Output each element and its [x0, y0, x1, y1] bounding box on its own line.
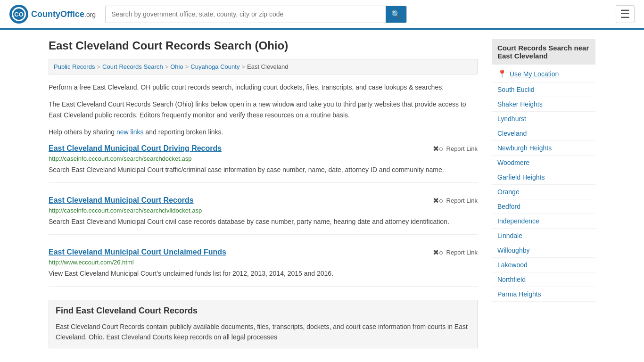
record-url-unclaimed-funds[interactable]: http://www.eccourt.com/26.html: [49, 259, 478, 266]
find-section: Find East Cleveland Court Records East C…: [49, 300, 478, 349]
desc3-post-text: and reporting broken links.: [144, 128, 223, 136]
report-link-label-court-records: Report Link: [446, 197, 478, 204]
search-button[interactable]: 🔍: [386, 6, 406, 23]
sidebar-city-linndale[interactable]: Linndale: [492, 229, 595, 243]
sidebar-city-bedford[interactable]: Bedford: [492, 199, 595, 214]
sidebar-city-shaker-heights[interactable]: Shaker Heights: [492, 97, 595, 112]
header: CO CountyOffice.org 🔍 ☰: [0, 0, 644, 30]
breadcrumb-court-records-search[interactable]: Court Records Search: [102, 63, 163, 70]
record-url-court-records[interactable]: http://caseinfo.eccourt.com/search/searc…: [49, 207, 478, 214]
record-title-court-records[interactable]: East Cleveland Municipal Court Records: [49, 196, 194, 205]
breadcrumb: Public Records > Court Records Search > …: [49, 59, 478, 74]
search-input[interactable]: [106, 7, 386, 22]
record-item-unclaimed-funds: East Cleveland Municipal Court Unclaimed…: [49, 248, 478, 287]
logo-icon: CO: [9, 5, 28, 24]
record-desc-driving-records: Search East Cleveland Municipal Court tr…: [49, 165, 478, 175]
main-container: East Cleveland Court Records Search (Ohi…: [39, 30, 605, 358]
description-1: Perform a free East Cleveland, OH public…: [49, 82, 478, 92]
report-icon-unclaimed-funds: ✖○: [433, 248, 444, 257]
sidebar-city-northfield[interactable]: Northfield: [492, 272, 595, 287]
sidebar-city-garfield-heights[interactable]: Garfield Heights: [492, 170, 595, 185]
record-item-court-records: East Cleveland Municipal Court Records ✖…: [49, 196, 478, 235]
desc3-pre-text: Help others by sharing: [49, 128, 116, 136]
sidebar-city-south-euclid[interactable]: South Euclid: [492, 82, 595, 97]
sidebar-city-newburgh-heights[interactable]: Newburgh Heights: [492, 141, 595, 156]
breadcrumb-sep-2: >: [165, 63, 169, 70]
page-title: East Cleveland Court Records Search (Ohi…: [49, 39, 478, 52]
use-my-location-button[interactable]: 📍 Use My Location: [492, 66, 595, 82]
record-header-unclaimed-funds: East Cleveland Municipal Court Unclaimed…: [49, 248, 478, 257]
report-icon-driving-records: ✖○: [433, 144, 444, 153]
sidebar-city-orange[interactable]: Orange: [492, 185, 595, 199]
logo[interactable]: CO CountyOffice.org: [9, 5, 96, 24]
description-2: The East Cleveland Court Records Search …: [49, 99, 478, 120]
description-3: Help others by sharing new links and rep…: [49, 127, 478, 137]
report-link-label-driving-records: Report Link: [446, 145, 478, 152]
sidebar-city-lakewood[interactable]: Lakewood: [492, 258, 595, 272]
report-link-button-unclaimed-funds[interactable]: ✖○ Report Link: [433, 248, 478, 257]
record-url-driving-records[interactable]: http://caseinfo.eccourt.com/search/searc…: [49, 155, 478, 162]
sidebar-city-willoughby[interactable]: Willoughby: [492, 243, 595, 258]
breadcrumb-public-records[interactable]: Public Records: [54, 63, 95, 70]
hamburger-menu-button[interactable]: ☰: [616, 5, 635, 23]
record-header-court-records: East Cleveland Municipal Court Records ✖…: [49, 196, 478, 205]
report-link-button-court-records[interactable]: ✖○ Report Link: [433, 196, 478, 205]
logo-text: CountyOffice.org: [31, 9, 96, 19]
breadcrumb-sep-1: >: [97, 63, 100, 70]
report-link-label-unclaimed-funds: Report Link: [446, 249, 478, 256]
breadcrumb-current: East Cleveland: [247, 63, 288, 70]
content-area: East Cleveland Court Records Search (Ohi…: [49, 39, 478, 348]
record-desc-court-records: Search East Cleveland Municipal Court ci…: [49, 217, 478, 227]
record-header-driving-records: East Cleveland Municipal Court Driving R…: [49, 144, 478, 153]
report-icon-court-records: ✖○: [433, 196, 444, 205]
breadcrumb-sep-4: >: [241, 63, 245, 70]
sidebar-header: Court Records Search near East Cleveland: [492, 39, 595, 65]
search-icon: 🔍: [391, 10, 401, 18]
sidebar-city-lyndhurst[interactable]: Lyndhurst: [492, 112, 595, 126]
record-desc-unclaimed-funds: View East Cleveland Municipal Court's un…: [49, 269, 478, 279]
use-my-location-link[interactable]: Use My Location: [510, 70, 559, 78]
svg-text:CO: CO: [14, 11, 24, 18]
find-section-text: East Cleveland Court Records contain pub…: [56, 321, 471, 343]
search-area: 🔍: [105, 6, 407, 23]
record-item-driving-records: East Cleveland Municipal Court Driving R…: [49, 144, 478, 183]
find-section-title: Find East Cleveland Court Records: [56, 306, 471, 316]
sidebar-city-cleveland[interactable]: Cleveland: [492, 126, 595, 141]
sidebar-city-independence[interactable]: Independence: [492, 214, 595, 229]
sidebar-cities-list: South EuclidShaker HeightsLyndhurstCleve…: [492, 82, 595, 302]
record-title-driving-records[interactable]: East Cleveland Municipal Court Driving R…: [49, 144, 222, 153]
report-link-button-driving-records[interactable]: ✖○ Report Link: [433, 144, 478, 153]
breadcrumb-cuyahoga[interactable]: Cuyahoga County: [190, 63, 239, 70]
sidebar-city-woodmere[interactable]: Woodmere: [492, 156, 595, 170]
records-container: East Cleveland Municipal Court Driving R…: [49, 144, 478, 287]
new-links-link[interactable]: new links: [116, 128, 144, 136]
sidebar-city-parma-heights[interactable]: Parma Heights: [492, 287, 595, 302]
record-title-unclaimed-funds[interactable]: East Cleveland Municipal Court Unclaimed…: [49, 248, 226, 256]
sidebar: Court Records Search near East Cleveland…: [492, 39, 595, 348]
location-pin-icon: 📍: [497, 69, 507, 78]
breadcrumb-ohio[interactable]: Ohio: [170, 63, 183, 70]
breadcrumb-sep-3: >: [185, 63, 189, 70]
